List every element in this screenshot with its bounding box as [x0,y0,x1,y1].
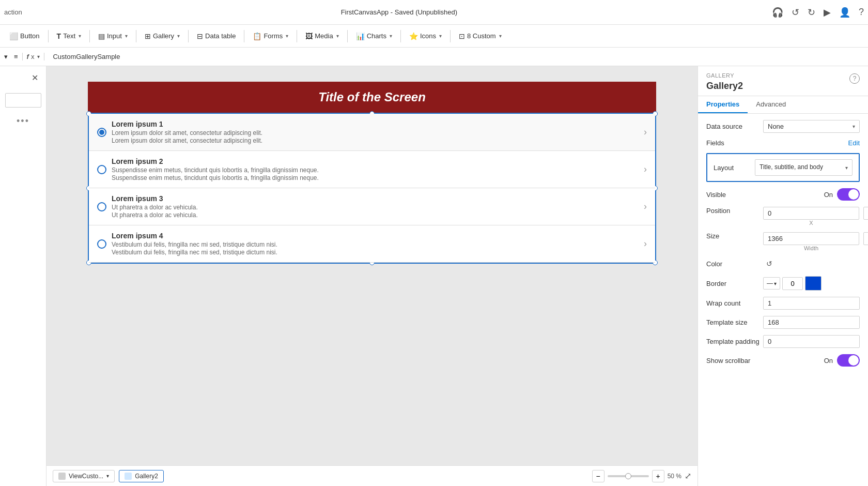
list-item[interactable]: Lorem ipsum 4Vestibulum dui felis, fring… [89,225,655,263]
template-padding-input[interactable] [763,335,860,348]
screen-tab-icon [58,473,66,480]
fullscreen-button[interactable]: ⤢ [685,471,691,481]
template-size-row: Template size [706,316,860,329]
gallery-tool[interactable]: ⊞ Gallery ▾ [140,27,185,45]
formula-dropdown[interactable]: ▾ ≡ [4,53,23,60]
headset-icon[interactable]: 🎧 [772,7,783,18]
size-inputs [763,232,868,245]
icons-tool[interactable]: ⭐ Icons ▾ [404,27,447,45]
zoom-out-button[interactable]: − [592,470,605,482]
undo-icon[interactable]: ↺ [792,7,799,18]
formula-bar: ▾ ≡ f x ▾ CustomGallerySample [0,48,868,66]
border-row: Border — ▾ [706,276,860,291]
visible-label: Visible [706,191,763,199]
screen-title: Title of the Screen [318,90,426,104]
wrap-count-row: Wrap count [706,297,860,310]
sidebar-more[interactable]: ••• [17,116,29,127]
button-tool[interactable]: ⬜ Button [4,27,45,45]
screen-tab[interactable]: ViewCusto... ▾ [53,470,115,482]
zoom-thumb[interactable] [625,473,631,479]
gallery-item-chevron: › [644,127,647,138]
input-icon: ▤ [98,32,105,40]
color-controls: ↺ [763,257,776,270]
sidebar-input[interactable] [5,93,41,108]
formula-equals-sign: ≡ [14,53,18,60]
data-source-label: Data source [706,123,763,130]
border-width-input[interactable] [782,277,803,290]
formula-function[interactable]: f x ▾ [27,53,45,60]
visible-toggle[interactable] [837,188,860,201]
button-icon: ⬜ [9,32,18,40]
text-tool[interactable]: T Text ▾ [52,27,86,45]
size-row: Size Width Height [706,232,860,251]
fields-edit-link[interactable]: Edit [848,139,860,147]
size-height-input[interactable] [863,232,868,245]
zoom-controls: − + 50 % ⤢ [592,470,691,482]
position-x-label: X [763,220,859,226]
redo-icon[interactable]: ↻ [808,7,815,18]
gallery-tab[interactable]: Gallery2 [119,470,164,482]
forms-tool[interactable]: 📋 Forms ▾ [247,27,293,45]
toolbar-divider-5 [244,30,244,42]
media-tool[interactable]: 🖼 Media ▾ [300,27,344,45]
formula-dropdown-arrow: ▾ [4,53,8,60]
data-source-dropdown[interactable]: None ▾ [763,120,860,133]
template-size-label: Template size [706,318,763,326]
list-item[interactable]: Lorem ipsum 3Ut pharetra a dolor ac vehi… [89,188,655,225]
data-source-value: None ▾ [763,120,860,133]
position-y-label: Y [863,220,868,226]
gallery-item-radio[interactable] [97,239,106,249]
border-style-chevron: ▾ [774,281,777,286]
layout-label: Layout [714,164,755,172]
screen-tab-chevron: ▾ [106,473,109,479]
panel-section-label: GALLERY [706,72,743,79]
gallery-item-radio[interactable] [97,128,106,137]
play-icon[interactable]: ▶ [824,7,831,18]
toolbar-divider-1 [48,30,49,42]
gallery-icon: ⊞ [145,32,151,40]
list-item[interactable]: Lorem ipsum 2Suspendisse enim metus, tin… [89,151,655,188]
formula-value[interactable]: CustomGallerySample [49,52,864,62]
list-item[interactable]: Lorem ipsum 1Lorem ipsum dolor sit amet,… [89,114,655,151]
gallery-item-text: Lorem ipsum 2Suspendisse enim metus, tin… [112,157,644,181]
panel-help-button[interactable]: ? [849,73,860,84]
gallery-item-radio[interactable] [97,202,106,211]
help-icon[interactable]: ? [859,7,864,18]
datatable-tool[interactable]: ⊟ Data table [192,27,241,45]
scrollbar-on-text: On [824,357,833,364]
tab-advanced[interactable]: Advanced [748,96,794,113]
position-x-input[interactable] [763,207,859,220]
layout-chevron: ▾ [845,165,848,171]
tab-properties[interactable]: Properties [698,96,748,113]
color-refresh-button[interactable]: ↺ [763,257,776,270]
user-icon[interactable]: 👤 [839,7,850,18]
custom-tool[interactable]: ⊡ 8 Custom ▾ [454,27,507,45]
layout-dropdown[interactable]: Title, subtitle, and body ▾ [755,159,853,176]
position-y-input[interactable] [863,207,868,220]
gallery-item-text: Lorem ipsum 4Vestibulum dui felis, fring… [112,232,644,256]
visible-on-text: On [824,191,833,199]
zoom-slider[interactable] [608,475,649,477]
gallery-container[interactable]: Lorem ipsum 1Lorem ipsum dolor sit amet,… [88,113,656,264]
wrap-count-input[interactable] [763,297,860,310]
gallery-item-title: Lorem ipsum 4 [112,232,644,240]
color-label: Color [706,260,763,268]
toolbar: ⬜ Button T Text ▾ ▤ Input ▾ ⊞ Gallery ▾ … [0,25,868,48]
close-panel-button[interactable]: ✕ [27,70,42,85]
gallery-item-title: Lorem ipsum 3 [112,194,644,203]
position-inputs [763,207,868,220]
scrollbar-toggle[interactable] [837,354,860,367]
border-style-dropdown[interactable]: — ▾ [763,277,780,290]
gallery-item-radio[interactable] [97,165,106,174]
size-width-input[interactable] [763,232,859,245]
custom-chevron: ▾ [499,33,502,39]
template-padding-label: Template padding [706,338,763,345]
charts-icon: 📊 [356,32,365,40]
charts-tool[interactable]: 📊 Charts ▾ [351,27,397,45]
input-tool[interactable]: ▤ Input ▾ [93,27,133,45]
media-icon: 🖼 [305,32,313,40]
scrollbar-toggle-thumb [848,355,859,366]
border-color-swatch[interactable] [805,276,822,291]
zoom-in-button[interactable]: + [652,470,664,482]
template-size-input[interactable] [763,316,860,329]
